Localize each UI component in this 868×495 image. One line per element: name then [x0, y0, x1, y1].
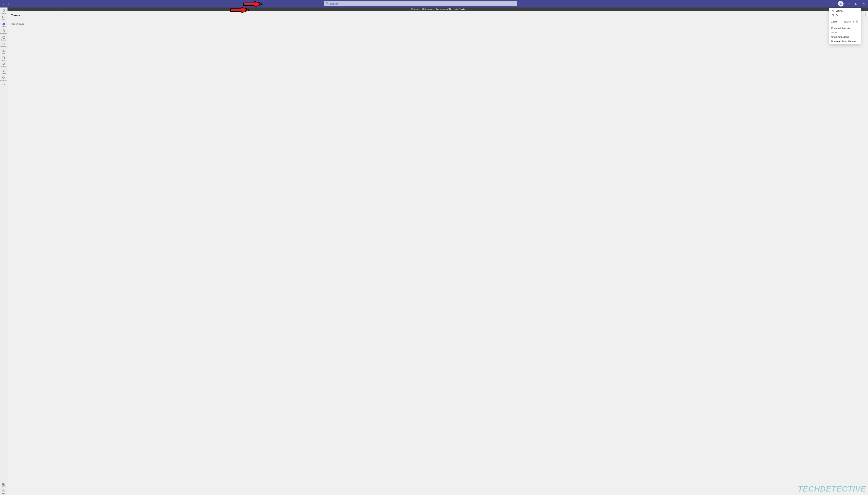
file-icon [2, 56, 5, 59]
svg-point-24 [4, 84, 5, 84]
connection-banner: We weren't able to connect. Sign in and … [7, 7, 868, 11]
menu-settings[interactable]: Settings [829, 9, 861, 13]
calendar-icon [2, 35, 5, 39]
svg-rect-25 [3, 483, 3, 484]
engage-icon [2, 62, 5, 66]
svg-rect-14 [3, 36, 5, 38]
svg-point-20 [3, 64, 4, 65]
bell-icon [2, 9, 5, 12]
search-wrap [11, 1, 830, 6]
rail-chat[interactable]: Chat [0, 15, 7, 21]
teams-pane: Teams Hidden teams [7, 11, 59, 495]
svg-point-31 [832, 11, 833, 11]
banner-text: We weren't able to connect. Sign in and … [411, 8, 459, 10]
svg-point-23 [3, 84, 4, 84]
svg-point-4 [834, 3, 834, 4]
svg-rect-7 [855, 3, 857, 5]
window-close-button[interactable] [861, 1, 867, 7]
main-content [59, 11, 868, 495]
rail-viva-engage[interactable]: Viva Engage [0, 62, 7, 68]
svg-rect-28 [4, 484, 5, 485]
rail-files[interactable]: Files [0, 55, 7, 62]
menu-cast[interactable]: Cast [829, 13, 861, 17]
rail-teams[interactable]: Teams [0, 21, 7, 28]
fullscreen-button[interactable] [856, 20, 858, 23]
menu-download-mobile[interactable]: Download the mobile app [829, 39, 861, 44]
cast-icon [831, 14, 834, 16]
svg-point-22 [3, 84, 3, 84]
menu-keyboard-shortcuts[interactable]: Keyboard shortcuts [829, 26, 861, 30]
titlebar-right [830, 1, 867, 7]
zoom-value: (100%) [844, 21, 851, 23]
rail-calls[interactable]: Calls [0, 48, 7, 55]
zoom-in-button[interactable]: + [852, 20, 855, 23]
chat-icon [2, 15, 5, 19]
rail-stream[interactable]: Stream [0, 68, 7, 75]
svg-point-3 [833, 3, 833, 4]
svg-point-2 [832, 3, 832, 4]
titlebar [0, 0, 868, 7]
svg-rect-26 [4, 483, 5, 484]
menu-check-updates[interactable]: Check for updates [829, 35, 861, 39]
insights-icon [2, 76, 5, 79]
search-icon [326, 2, 329, 5]
more-options-menu: Settings Cast Zoom − (100%) + Keyboard s… [829, 8, 861, 44]
svg-point-0 [326, 2, 328, 4]
gear-icon [831, 10, 834, 12]
svg-line-1 [328, 4, 329, 5]
presence-status-icon [842, 5, 844, 7]
zoom-label: Zoom [831, 20, 837, 23]
signin-link[interactable]: Sign in [459, 8, 465, 10]
help-icon [2, 489, 5, 493]
window-maximize-button[interactable] [853, 1, 860, 7]
menu-zoom-row: Zoom − (100%) + [829, 19, 861, 24]
svg-point-10 [3, 23, 4, 24]
menu-divider [829, 18, 861, 18]
menu-about[interactable]: About [829, 30, 861, 35]
nav-arrows [1, 2, 11, 6]
svg-marker-21 [3, 70, 5, 72]
ellipsis-icon [2, 83, 5, 86]
apps-icon [2, 482, 5, 486]
hidden-teams-label[interactable]: Hidden teams [11, 23, 55, 25]
page-title: Teams [11, 13, 55, 17]
phone-icon [2, 49, 5, 52]
svg-point-5 [840, 3, 842, 4]
rail-tasks[interactable]: Tasks by Pl… [0, 41, 7, 48]
stream-icon [2, 69, 5, 73]
profile-avatar-button[interactable] [838, 1, 844, 6]
svg-point-19 [3, 63, 5, 65]
back-button[interactable] [1, 2, 5, 6]
tasks-icon [2, 42, 5, 46]
svg-rect-33 [856, 21, 858, 22]
rail-calendar[interactable]: Calendar [0, 35, 7, 41]
backpack-icon [2, 29, 5, 32]
rail-help[interactable]: Help [0, 488, 7, 495]
people-icon [2, 22, 5, 25]
search-box[interactable] [324, 1, 517, 6]
search-input[interactable] [330, 2, 515, 5]
rail-more-button[interactable] [0, 82, 7, 87]
more-options-button[interactable] [830, 1, 836, 7]
rail-viva-insights[interactable]: Viva Insights [0, 75, 7, 82]
rail-apps[interactable]: Apps [0, 482, 7, 488]
zoom-out-button[interactable]: − [840, 20, 843, 23]
app-rail: Activity Chat Teams Assignments Calendar… [0, 7, 7, 495]
chevron-right-icon [857, 31, 858, 34]
watermark: TECHDETECTIVE [798, 484, 866, 493]
window-minimize-button[interactable] [846, 1, 852, 7]
forward-button[interactable] [6, 2, 11, 6]
rail-assignments[interactable]: Assignments [0, 28, 7, 35]
svg-rect-27 [3, 484, 3, 485]
svg-point-11 [4, 23, 4, 24]
rail-activity[interactable]: Activity [0, 8, 7, 15]
